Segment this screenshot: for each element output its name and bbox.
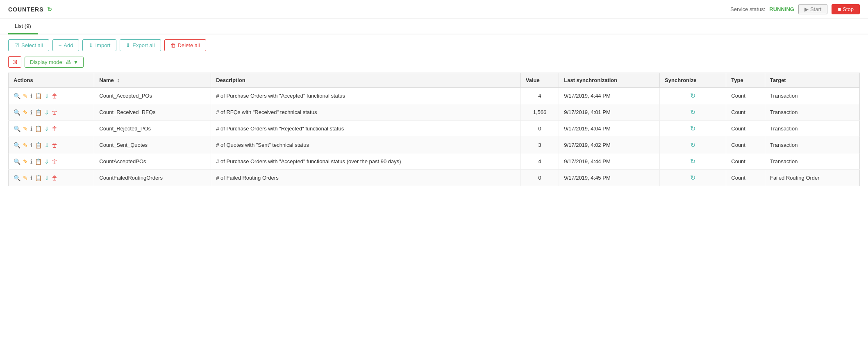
table-container: Actions Name ↕ Description Value Last sy… (0, 73, 868, 186)
copy-icon[interactable]: 📋 (35, 126, 42, 132)
download-icon[interactable]: ⇓ (44, 142, 49, 148)
cursor-icon[interactable]: ℹ (30, 158, 32, 165)
table-row: 🔍 ✎ ℹ 📋 ⇓ 🗑 Count_Rejected_POs # of Purc… (9, 121, 860, 137)
cell-name: Count_Received_RFQs (94, 104, 211, 121)
cell-type: Count (726, 121, 765, 137)
delete-icon[interactable]: 🗑 (52, 126, 57, 132)
cursor-icon[interactable]: ℹ (30, 142, 32, 148)
cell-name: Count_Accepted_POs (94, 88, 211, 104)
cell-synchronize: ↻ (660, 137, 726, 153)
sync-icon[interactable]: ↻ (690, 141, 695, 148)
cell-name: Count_Sent_Quotes (94, 137, 211, 153)
sync-icon[interactable]: ↻ (690, 92, 695, 99)
action-icons: 🔍 ✎ ℹ 📋 ⇓ 🗑 (14, 126, 89, 132)
header-left: COUNTERS ↻ (8, 6, 52, 13)
cell-name: Count_Rejected_POs (94, 121, 211, 137)
edit-icon[interactable]: ✎ (23, 109, 28, 116)
refresh-icon[interactable]: ↻ (47, 6, 52, 13)
download-icon[interactable]: ⇓ (44, 126, 49, 132)
search-icon[interactable]: 🔍 (14, 175, 20, 181)
col-value: Value (520, 73, 559, 88)
col-name[interactable]: Name ↕ (94, 73, 211, 88)
cell-actions: 🔍 ✎ ℹ 📋 ⇓ 🗑 (9, 153, 94, 170)
cell-actions: 🔍 ✎ ℹ 📋 ⇓ 🗑 (9, 137, 94, 153)
delete-icon[interactable]: 🗑 (52, 142, 57, 148)
select-all-button[interactable]: ☑ Select all (8, 39, 49, 51)
table-row: 🔍 ✎ ℹ 📋 ⇓ 🗑 Count_Accepted_POs # of Purc… (9, 88, 860, 104)
action-icons: 🔍 ✎ ℹ 📋 ⇓ 🗑 (14, 158, 89, 165)
delete-icon[interactable]: 🗑 (52, 109, 57, 116)
cell-last-sync: 9/17/2019, 4:04 PM (559, 121, 660, 137)
delete-icon[interactable]: 🗑 (52, 158, 57, 165)
cell-target: Transaction (765, 153, 859, 170)
copy-icon[interactable]: 📋 (35, 175, 42, 181)
download-icon[interactable]: ⇓ (44, 175, 49, 181)
cell-target: Transaction (765, 137, 859, 153)
action-icons: 🔍 ✎ ℹ 📋 ⇓ 🗑 (14, 175, 89, 181)
download-icon[interactable]: ⇓ (44, 109, 49, 116)
cursor-icon[interactable]: ℹ (30, 126, 32, 132)
edit-icon[interactable]: ✎ (23, 126, 28, 132)
delete-icon[interactable]: 🗑 (52, 175, 57, 181)
download-icon[interactable]: ⇓ (44, 93, 49, 99)
cell-last-sync: 9/17/2019, 4:45 PM (559, 170, 660, 186)
cell-last-sync: 9/17/2019, 4:02 PM (559, 137, 660, 153)
cell-value: 4 (520, 88, 559, 104)
cell-name: CountFailedRoutingOrders (94, 170, 211, 186)
sync-icon[interactable]: ↻ (690, 174, 695, 181)
filter-icon: ⛝ (12, 59, 18, 65)
search-icon[interactable]: 🔍 (14, 142, 20, 148)
header-right: Service status: RUNNING ▶ Start ■ Stop (730, 4, 860, 14)
edit-icon[interactable]: ✎ (23, 93, 28, 99)
sync-icon[interactable]: ↻ (690, 125, 695, 132)
cell-value: 0 (520, 170, 559, 186)
display-mode-row: ⛝ Display mode: 🖶 ▼ (0, 56, 868, 73)
copy-icon[interactable]: 📋 (35, 158, 42, 165)
search-icon[interactable]: 🔍 (14, 93, 20, 99)
monitor-icon: 🖶 (66, 59, 71, 65)
search-icon[interactable]: 🔍 (14, 126, 20, 132)
copy-icon[interactable]: 📋 (35, 93, 42, 99)
edit-icon[interactable]: ✎ (23, 158, 28, 165)
filter-button[interactable]: ⛝ (8, 56, 21, 68)
delete-all-button[interactable]: 🗑 Delete all (164, 39, 206, 51)
copy-icon[interactable]: 📋 (35, 142, 42, 148)
cell-value: 1,566 (520, 104, 559, 121)
start-button[interactable]: ▶ Start (798, 4, 827, 14)
cursor-icon[interactable]: ℹ (30, 175, 32, 181)
cell-value: 4 (520, 153, 559, 170)
tab-list[interactable]: List (9) (8, 19, 38, 34)
cursor-icon[interactable]: ℹ (30, 109, 32, 116)
cell-type: Count (726, 104, 765, 121)
col-description: Description (211, 73, 521, 88)
download-icon[interactable]: ⇓ (44, 158, 49, 165)
col-last-sync: Last synchronization (559, 73, 660, 88)
action-icons: 🔍 ✎ ℹ 📋 ⇓ 🗑 (14, 93, 89, 99)
service-status-label: Service status: (730, 6, 765, 12)
cell-synchronize: ↻ (660, 88, 726, 104)
cell-last-sync: 9/17/2019, 4:44 PM (559, 153, 660, 170)
copy-icon[interactable]: 📋 (35, 109, 42, 116)
edit-icon[interactable]: ✎ (23, 175, 28, 181)
sync-icon[interactable]: ↻ (690, 109, 695, 116)
add-button[interactable]: + Add (52, 39, 80, 51)
stop-button[interactable]: ■ Stop (832, 4, 860, 14)
plus-icon: + (59, 42, 62, 48)
table-row: 🔍 ✎ ℹ 📋 ⇓ 🗑 CountAcceptedPOs # of Purcha… (9, 153, 860, 170)
tabs-bar: List (9) (0, 19, 868, 34)
edit-icon[interactable]: ✎ (23, 142, 28, 148)
delete-icon[interactable]: 🗑 (52, 93, 57, 99)
cell-target: Transaction (765, 88, 859, 104)
export-all-button[interactable]: ⇓ Export all (120, 39, 161, 51)
search-icon[interactable]: 🔍 (14, 109, 20, 116)
cursor-icon[interactable]: ℹ (30, 93, 32, 99)
search-icon[interactable]: 🔍 (14, 158, 20, 165)
import-button[interactable]: ⇓ Import (82, 39, 116, 51)
chevron-down-icon: ▼ (73, 59, 78, 65)
action-icons: 🔍 ✎ ℹ 📋 ⇓ 🗑 (14, 109, 89, 116)
display-mode-button[interactable]: Display mode: 🖶 ▼ (25, 57, 84, 68)
cell-name: CountAcceptedPOs (94, 153, 211, 170)
sync-icon[interactable]: ↻ (690, 158, 695, 165)
stop-icon: ■ (838, 6, 841, 12)
trash-icon: 🗑 (170, 42, 176, 48)
